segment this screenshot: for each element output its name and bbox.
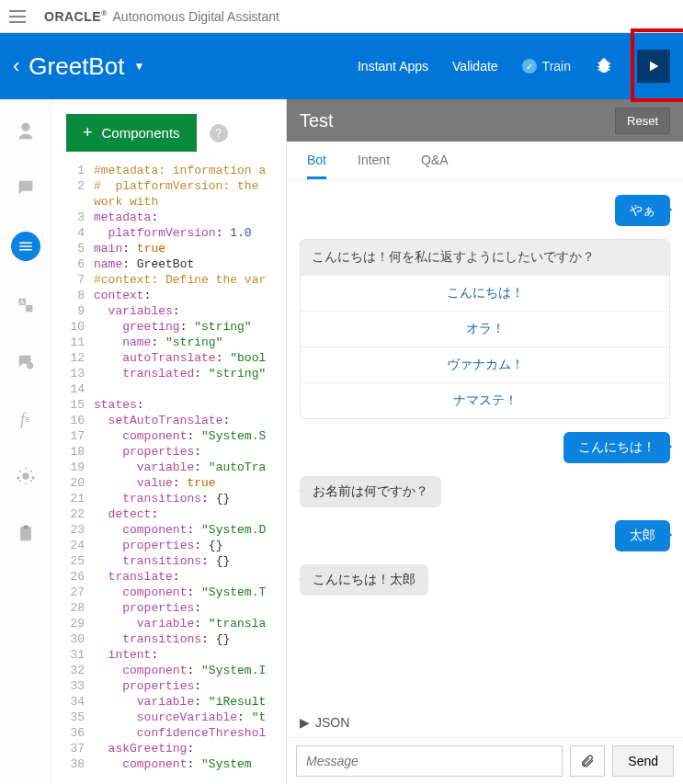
json-toggle[interactable]: ▶ JSON: [300, 715, 670, 730]
flow-icon[interactable]: [11, 232, 40, 261]
caret-right-icon: ▶: [300, 715, 310, 730]
hamburger-menu[interactable]: [9, 6, 31, 28]
code-pane: + Components ? 1#metadata: information a…: [51, 99, 286, 784]
bot-message: こんにちは！太郎: [300, 564, 428, 596]
user-message: こんにちは！: [563, 432, 670, 463]
settings-icon[interactable]: [13, 463, 39, 489]
option-button[interactable]: ナマステ！: [301, 382, 669, 418]
option-button[interactable]: こんにちは！: [301, 275, 669, 311]
brand-bar: ORACLE® Autonomous Digital Assistant: [0, 0, 683, 33]
oracle-logo: ORACLE®: [44, 9, 108, 24]
language-icon[interactable]: A: [13, 292, 39, 318]
bot-message: お名前は何ですか？: [300, 476, 441, 507]
qa-icon[interactable]: !: [13, 349, 39, 375]
reset-button[interactable]: Reset: [615, 108, 670, 134]
page-header: ‹ GreetBot ▼ Instant Apps Validate ✓ Tra…: [0, 33, 683, 99]
chat-input-bar: Send: [287, 737, 683, 784]
tab-bot[interactable]: Bot: [307, 153, 326, 179]
bug-icon[interactable]: [595, 56, 613, 77]
svg-point-0: [21, 123, 29, 131]
title-dropdown-icon[interactable]: ▼: [133, 60, 144, 73]
components-button[interactable]: + Components: [66, 114, 197, 152]
left-nav: A ! f≡: [0, 99, 51, 784]
test-title: Test: [300, 110, 334, 131]
message-input[interactable]: [296, 745, 563, 777]
yaml-editor[interactable]: 1#metadata: information a2# platformVers…: [66, 163, 286, 772]
play-button[interactable]: [637, 50, 670, 83]
send-button[interactable]: Send: [612, 745, 674, 777]
test-header: Test Reset: [287, 99, 683, 142]
train-link[interactable]: ✓ Train: [522, 59, 571, 74]
attach-button[interactable]: [570, 745, 605, 777]
test-tabs: Bot Intent Q&A: [287, 142, 683, 180]
tab-intent[interactable]: Intent: [358, 153, 390, 179]
instant-apps-link[interactable]: Instant Apps: [358, 59, 428, 74]
check-circle-icon: ✓: [522, 59, 537, 74]
user-message: やぁ: [615, 195, 670, 226]
svg-rect-4: [20, 527, 31, 540]
back-chevron-icon[interactable]: ‹: [13, 54, 19, 78]
plus-icon: +: [83, 123, 93, 142]
brand: ORACLE® Autonomous Digital Assistant: [44, 9, 279, 24]
chat-icon[interactable]: [13, 175, 39, 200]
svg-rect-5: [23, 526, 28, 528]
product-name: Autonomous Digital Assistant: [113, 9, 279, 24]
bot-prompt: こんにちは！何を私に返すようにしたいですか？: [301, 240, 669, 275]
svg-text:A: A: [19, 298, 24, 306]
help-icon[interactable]: ?: [210, 124, 228, 142]
page-title[interactable]: GreetBot: [28, 52, 124, 81]
bot-options: こんにちは！何を私に返すようにしたいですか？ こんにちは！ オラ！ ヴァナカム！…: [300, 239, 670, 419]
clipboard-icon[interactable]: [13, 520, 39, 546]
option-button[interactable]: ヴァナカム！: [301, 347, 669, 382]
user-message: 太郎: [615, 520, 670, 551]
tab-qa[interactable]: Q&A: [421, 153, 449, 179]
test-panel: Test Reset Bot Intent Q&A やぁ こんにちは！何を私に返…: [286, 99, 683, 784]
validate-link[interactable]: Validate: [452, 59, 498, 74]
function-icon[interactable]: f≡: [13, 406, 39, 432]
persona-icon[interactable]: [13, 118, 39, 143]
option-button[interactable]: オラ！: [301, 311, 669, 347]
chat-body: やぁ こんにちは！何を私に返すようにしたいですか？ こんにちは！ オラ！ ヴァナ…: [287, 180, 683, 711]
